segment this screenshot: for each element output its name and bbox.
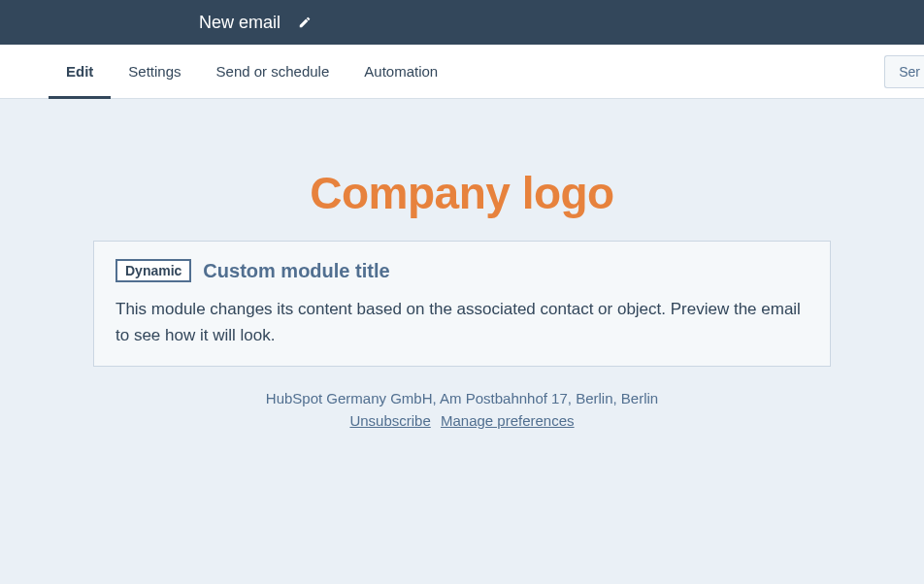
dynamic-badge: Dynamic bbox=[116, 259, 191, 282]
right-actions: Ser bbox=[884, 55, 924, 88]
pencil-icon[interactable] bbox=[298, 16, 312, 29]
tab-send-or-schedule[interactable]: Send or schedule bbox=[199, 45, 347, 98]
tab-settings[interactable]: Settings bbox=[111, 45, 198, 98]
email-footer: HubSpot Germany GmbH, Am Postbahnhof 17,… bbox=[93, 390, 831, 429]
email-body: Company logo Dynamic Custom module title… bbox=[93, 167, 831, 429]
module-description: This module changes its content based on… bbox=[116, 296, 808, 348]
email-canvas: Company logo Dynamic Custom module title… bbox=[0, 99, 924, 429]
unsubscribe-link[interactable]: Unsubscribe bbox=[349, 412, 430, 429]
manage-preferences-link[interactable]: Manage preferences bbox=[441, 412, 575, 429]
tabs: Edit Settings Send or schedule Automatio… bbox=[49, 45, 455, 98]
send-button-partial[interactable]: Ser bbox=[884, 55, 924, 88]
dynamic-module[interactable]: Dynamic Custom module title This module … bbox=[93, 241, 831, 367]
app-top-bar: New email bbox=[0, 0, 924, 45]
tab-automation[interactable]: Automation bbox=[346, 45, 455, 98]
module-header: Dynamic Custom module title bbox=[116, 259, 808, 282]
module-title: Custom module title bbox=[203, 260, 389, 282]
footer-links: Unsubscribe Manage preferences bbox=[93, 412, 831, 429]
subnav-bar: Edit Settings Send or schedule Automatio… bbox=[0, 45, 924, 99]
footer-address: HubSpot Germany GmbH, Am Postbahnhof 17,… bbox=[93, 390, 831, 406]
page-title: New email bbox=[199, 13, 280, 33]
tab-edit[interactable]: Edit bbox=[49, 45, 111, 98]
company-logo-placeholder[interactable]: Company logo bbox=[93, 167, 831, 219]
